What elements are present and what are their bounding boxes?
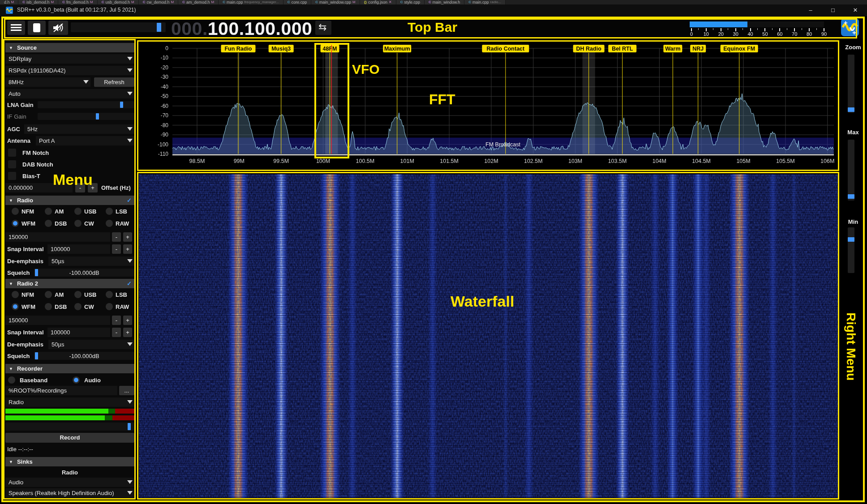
recorder-volume-slider[interactable] bbox=[5, 423, 134, 431]
bandwidth-plus-button[interactable]: + bbox=[123, 232, 132, 242]
station-label[interactable]: Fun Radio bbox=[221, 45, 255, 52]
mode-radio-nfm[interactable] bbox=[12, 208, 19, 215]
station-label[interactable]: 48FM bbox=[321, 45, 339, 52]
bias-t-checkbox[interactable] bbox=[8, 172, 16, 180]
snap-interval-input[interactable]: 100000 bbox=[47, 244, 110, 254]
bandwidth-plus-button[interactable]: + bbox=[123, 316, 132, 325]
mode-radio-dsb[interactable] bbox=[45, 220, 52, 227]
mode-radio-wfm[interactable] bbox=[12, 220, 19, 227]
recorder-stream-select[interactable]: Radio bbox=[5, 397, 134, 407]
mode-radio-raw[interactable] bbox=[106, 303, 113, 310]
refresh-button[interactable]: Refresh bbox=[94, 77, 134, 87]
snap-plus-button[interactable]: + bbox=[123, 328, 132, 337]
radio-section-header[interactable]: ▼Radio✓ bbox=[5, 196, 134, 205]
editor-tab[interactable]: Cmain_window.h bbox=[425, 0, 464, 4]
source-device-select[interactable]: RSPdx (191106DA42) bbox=[5, 66, 134, 75]
editor-tab[interactable]: Cmain.cppradio... bbox=[464, 0, 506, 4]
deemphasis-select[interactable]: 50µs bbox=[48, 256, 134, 266]
editor-tab[interactable]: Cam_demod.hM bbox=[178, 0, 219, 4]
enabled-check-icon[interactable]: ✓ bbox=[127, 279, 132, 288]
radio2-bandwidth-input[interactable]: 150000 bbox=[5, 316, 110, 325]
fft-display[interactable]: 0-10-20-30-40-50-60-70-80-90-100-11098.5… bbox=[139, 42, 838, 170]
editor-tab[interactable]: d.hM bbox=[0, 0, 18, 4]
min-slider-handle[interactable] bbox=[848, 237, 854, 242]
squelch-slider[interactable]: -100.000dB bbox=[34, 352, 134, 360]
editor-tab[interactable]: Ccore.cpp bbox=[283, 0, 311, 4]
zoom-slider-handle[interactable] bbox=[848, 107, 854, 112]
editor-tab[interactable]: Ccw_demod.hM bbox=[139, 0, 178, 4]
mode-radio-cw[interactable] bbox=[74, 220, 82, 227]
close-button[interactable]: ✕ bbox=[845, 4, 866, 16]
source-section-header[interactable]: ▼Source bbox=[5, 43, 134, 52]
recorder-section-header[interactable]: ▼Recorder bbox=[5, 364, 134, 373]
mode-radio-dsb[interactable] bbox=[45, 303, 52, 310]
frequency-display[interactable]: 000.100.100.000 bbox=[171, 18, 312, 39]
source-driver-select[interactable]: SDRplay bbox=[5, 54, 134, 64]
mute-button[interactable] bbox=[48, 21, 68, 35]
record-button[interactable]: Record bbox=[5, 433, 134, 443]
mode-radio-lsb[interactable] bbox=[106, 208, 113, 215]
max-slider-handle[interactable] bbox=[848, 194, 854, 199]
max-slider[interactable] bbox=[848, 140, 854, 201]
offset-plus-button[interactable]: + bbox=[88, 183, 98, 192]
radio2-section-header[interactable]: ▼Radio 2✓ bbox=[5, 279, 134, 288]
station-label[interactable]: Bel RTL bbox=[608, 45, 636, 52]
minimize-button[interactable]: – bbox=[800, 4, 821, 16]
sink-device-select[interactable]: Speakers (Realtek High Definition Audio) bbox=[5, 488, 134, 498]
lna-gain-handle[interactable] bbox=[120, 102, 123, 108]
if-agc-select[interactable]: Auto bbox=[5, 89, 134, 98]
waterfall-display[interactable] bbox=[139, 174, 838, 498]
fm-notch-checkbox[interactable] bbox=[8, 149, 16, 157]
mode-radio-cw[interactable] bbox=[74, 303, 82, 310]
deemphasis-select[interactable]: 50µs bbox=[48, 340, 134, 349]
sinks-section-header[interactable]: ▼Sinks bbox=[5, 457, 134, 466]
lna-gain-slider[interactable] bbox=[38, 101, 134, 108]
if-gain-slider[interactable] bbox=[38, 113, 134, 120]
editor-tab[interactable]: Cisb_demod.hM bbox=[18, 0, 58, 4]
editor-tab[interactable]: Cmain.cppfrequency_manager... bbox=[219, 0, 283, 4]
station-label[interactable]: Radio Contact bbox=[482, 45, 529, 52]
bandwidth-minus-button[interactable]: - bbox=[112, 316, 121, 325]
snap-interval-input[interactable]: 100000 bbox=[47, 328, 110, 337]
snap-plus-button[interactable]: + bbox=[123, 244, 132, 254]
squelch-handle[interactable] bbox=[35, 269, 38, 276]
editor-tab[interactable]: Cusb_demod.hM bbox=[98, 0, 139, 4]
station-label[interactable]: Musiq3 bbox=[269, 45, 294, 52]
offset-minus-button[interactable]: - bbox=[75, 183, 85, 192]
min-slider[interactable] bbox=[848, 227, 854, 273]
mode-radio-usb[interactable] bbox=[74, 291, 82, 298]
editor-tab[interactable]: Cstyle.cpp bbox=[396, 0, 425, 4]
station-label[interactable]: DH Radio bbox=[573, 45, 605, 52]
mode-radio-lsb[interactable] bbox=[106, 291, 113, 298]
agc-select[interactable]: 5Hz bbox=[24, 124, 134, 134]
station-label[interactable]: NRJ bbox=[690, 45, 706, 52]
station-label[interactable]: Warm bbox=[663, 45, 682, 52]
mode-radio-nfm[interactable] bbox=[12, 291, 19, 298]
stop-button[interactable] bbox=[28, 21, 46, 35]
audio-radio[interactable] bbox=[73, 376, 80, 384]
station-label[interactable]: Maximum bbox=[383, 45, 411, 52]
volume-slider[interactable] bbox=[71, 22, 166, 32]
snap-minus-button[interactable]: - bbox=[112, 244, 121, 254]
snap-minus-button[interactable]: - bbox=[112, 328, 121, 337]
baseband-radio[interactable] bbox=[8, 376, 15, 384]
dab-notch-checkbox[interactable] bbox=[8, 160, 16, 168]
station-label[interactable]: Equinox FM bbox=[721, 45, 758, 52]
squelch-handle[interactable] bbox=[35, 352, 38, 359]
mode-radio-am[interactable] bbox=[45, 208, 52, 215]
enabled-check-icon[interactable]: ✓ bbox=[127, 196, 132, 205]
zoom-slider[interactable] bbox=[848, 55, 854, 113]
maximize-button[interactable]: □ bbox=[822, 4, 844, 16]
if-gain-handle[interactable] bbox=[96, 113, 99, 120]
mode-radio-am[interactable] bbox=[45, 291, 52, 298]
radio-bandwidth-input[interactable]: 150000 bbox=[5, 232, 110, 242]
mode-radio-raw[interactable] bbox=[106, 220, 113, 227]
volume-slider-handle[interactable] bbox=[157, 23, 161, 32]
mode-radio-usb[interactable] bbox=[74, 208, 82, 215]
recorder-volume-handle[interactable] bbox=[128, 423, 131, 430]
offset-input[interactable]: 0.000000 bbox=[5, 183, 73, 192]
recording-path-input[interactable]: %ROOT%/Recordings bbox=[5, 386, 117, 395]
menu-toggle-button[interactable] bbox=[7, 21, 25, 35]
editor-tab[interactable]: Cmain_window.cppM bbox=[311, 0, 360, 4]
editor-tab[interactable]: Cfm_demod.hM bbox=[58, 0, 97, 4]
